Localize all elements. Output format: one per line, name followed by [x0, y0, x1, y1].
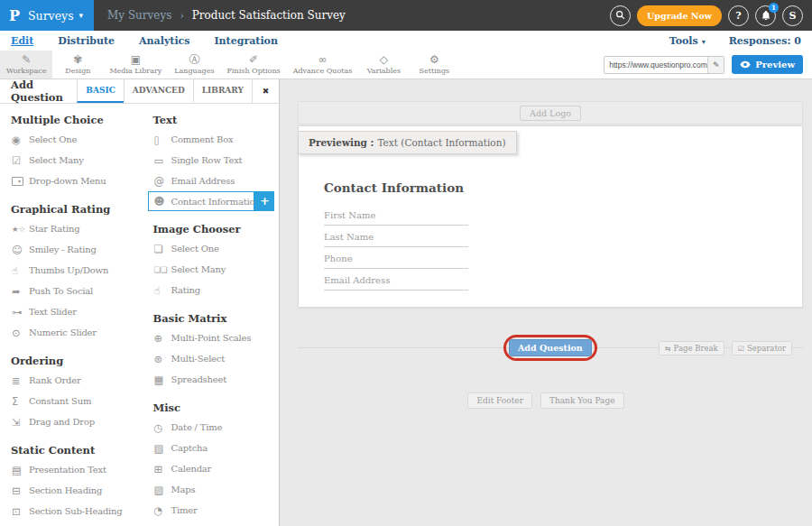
question-type-spreadsheet[interactable]: ▦Spreadsheet	[142, 369, 279, 390]
toolbar-settings[interactable]: ⚙Settings	[409, 51, 459, 78]
presentation-text-icon: ▤	[12, 465, 29, 475]
question-mark-icon: ?	[735, 10, 741, 22]
nav-integration[interactable]: Integration	[214, 35, 277, 47]
question-type-captcha[interactable]: ▧Captcha	[142, 438, 279, 458]
toolbar-design[interactable]: ✾Design	[52, 51, 103, 78]
question-type-maps[interactable]: ▨Maps	[142, 479, 279, 500]
survey-url-field[interactable]: https://www.questionpro.com/t/AP53kZgUI …	[604, 56, 724, 74]
question-type-column: Text▯Comment Box▭Single Row Text@Email A…	[142, 108, 279, 521]
section-misc: Misc	[152, 401, 279, 414]
search-icon	[615, 10, 626, 21]
thank-you-page-button[interactable]: Thank You Page	[540, 392, 624, 409]
tab-basic[interactable]: BASIC	[77, 79, 123, 103]
field-last-name[interactable]: Last Name	[324, 228, 468, 247]
page-break-button[interactable]: ⇆ Page Break	[659, 341, 724, 355]
question-type-list: Multiple Choice◉Select One☑Select Many▾D…	[0, 104, 279, 521]
separator-button[interactable]: ☑ Separator	[732, 341, 792, 355]
question-type-calendar[interactable]: ⊞Calendar	[142, 458, 279, 479]
question-type-select-many[interactable]: ❏❏Select Many	[142, 259, 279, 280]
tab-advanced[interactable]: ADVANCED	[124, 79, 193, 103]
question-type-drag-and-drop[interactable]: ⇲Drag and Drop	[0, 411, 142, 432]
question-type-select-many[interactable]: ☑Select Many	[0, 150, 142, 171]
edit-footer-button[interactable]: Edit Footer	[467, 392, 532, 409]
breadcrumb-my-surveys[interactable]: My Surveys	[107, 9, 171, 22]
question-type-thumbs-up-down[interactable]: ☝Thumbs Up/Down	[0, 260, 142, 281]
question-type-contact-information[interactable]: ☻Contact Information+	[148, 191, 254, 211]
account-avatar[interactable]: S	[782, 5, 803, 26]
responses-count[interactable]: Responses: 0	[729, 35, 801, 47]
constant-sum-icon: Σ	[12, 396, 29, 407]
captcha-icon: ▧	[153, 443, 171, 454]
calendar-icon: ⊞	[153, 464, 171, 475]
breadcrumb-current-survey: Product Satisfaction Survey	[192, 9, 346, 22]
multi-point-scales-icon: ⊕	[153, 333, 171, 344]
highlight-annotation: Add Question	[503, 335, 597, 361]
toolbar-variables[interactable]: ◇Variables	[358, 51, 409, 78]
breadcrumb: My Surveys › Product Satisfaction Survey	[107, 9, 346, 22]
surveys-menu[interactable]: P Surveys ▾	[0, 0, 94, 31]
single-row-text-icon: ▭	[153, 155, 171, 166]
question-type-multi-point-scales[interactable]: ⊕Multi-Point Scales	[142, 328, 279, 348]
question-type-smiley-rating[interactable]: ☺Smiley - Rating	[0, 239, 142, 260]
question-type-multi-select[interactable]: ⊛Multi-Select	[142, 348, 279, 369]
edit-url-button[interactable]: ✎	[707, 57, 724, 73]
question-type-timer[interactable]: ◔Timer	[142, 500, 279, 521]
languages-icon: Ⓐ	[189, 54, 199, 66]
push-to-social-icon: ➦	[12, 286, 29, 297]
drag-and-drop-icon: ⇲	[12, 417, 29, 428]
help-button[interactable]: ?	[728, 5, 749, 26]
preview-button[interactable]: Preview	[732, 55, 803, 74]
tab-library[interactable]: LIBRARY	[193, 79, 252, 103]
question-type-email-address[interactable]: @Email Address	[142, 171, 279, 191]
question-type-comment-box[interactable]: ▯Comment Box	[142, 129, 279, 150]
question-type-select-one[interactable]: ◉Select One	[0, 129, 142, 150]
question-type-date-time[interactable]: ◷Date / Time	[142, 417, 279, 438]
select-one-icon: ◉	[12, 134, 29, 145]
question-action-row: Add Question ⇆ Page Break ☑ Separator	[298, 335, 803, 362]
question-type-constant-sum[interactable]: ΣConstant Sum	[0, 391, 142, 411]
smiley-rating-icon: ☺	[12, 245, 29, 255]
question-type-drop-down-menu[interactable]: ▾Drop-down Menu	[0, 171, 142, 191]
question-type-numeric-slider[interactable]: ⊙Numeric Slider	[0, 322, 142, 343]
question-type-select-one[interactable]: ❏Select One	[142, 238, 279, 259]
upgrade-now-button[interactable]: Upgrade Now	[637, 5, 722, 26]
select-one-icon: ❏	[153, 244, 171, 254]
question-type-text-slider[interactable]: ⊶Text Slider	[0, 301, 142, 322]
questionpro-logo: P	[9, 7, 20, 24]
add-selected-question-button[interactable]: +	[254, 191, 274, 211]
field-phone[interactable]: Phone	[324, 250, 468, 269]
question-type-presentation-text[interactable]: ▤Presentation Text	[0, 459, 142, 480]
question-type-single-row-text[interactable]: ▭Single Row Text	[142, 150, 279, 171]
field-email-address[interactable]: Email Address	[324, 272, 468, 291]
maps-icon: ▨	[153, 484, 171, 495]
toolbar-workspace[interactable]: ✎Workspace	[0, 51, 52, 78]
thumbs-up-down-icon: ☝	[12, 265, 29, 276]
toolbar-languages[interactable]: ⒶLanguages	[168, 51, 220, 78]
survey-url-text: https://www.questionpro.com/t/AP53kZgUI	[604, 60, 707, 69]
question-type-star-rating[interactable]: ★☆Star Rating	[0, 218, 142, 239]
survey-canvas: Add Logo Previewing : Text (Contact Info…	[280, 79, 812, 526]
search-button[interactable]	[610, 5, 631, 26]
tools-menu[interactable]: Tools▾	[669, 35, 706, 47]
nav-edit[interactable]: Edit	[11, 35, 33, 47]
add-logo-button[interactable]: Add Logo	[520, 106, 581, 121]
nav-analytics[interactable]: Analytics	[139, 35, 189, 47]
close-panel-button[interactable]: ✖	[252, 79, 279, 103]
toolbar-advance-quotas[interactable]: ∞Advance Quotas	[287, 51, 359, 78]
toolbar-media-library[interactable]: ▣Media Library	[103, 51, 168, 78]
question-type-section-sub-heading[interactable]: ⊡Section Sub-Heading	[0, 501, 142, 521]
close-icon: ✖	[263, 87, 270, 96]
notification-badge: 1	[769, 3, 779, 13]
breadcrumb-separator-icon: ›	[180, 10, 183, 22]
toolbar-finish-options[interactable]: ✐Finish Options	[221, 51, 287, 78]
notifications-button[interactable]: 1	[755, 5, 776, 26]
nav-distribute[interactable]: Distribute	[58, 35, 115, 47]
question-type-section-heading[interactable]: ⊟Section Heading	[0, 480, 142, 501]
question-type-push-to-social[interactable]: ➦Push To Social	[0, 281, 142, 301]
logo-band: Add Logo	[298, 101, 803, 125]
question-type-rank-order[interactable]: ≣Rank Order	[0, 370, 142, 391]
add-question-button[interactable]: Add Question	[509, 339, 592, 356]
field-first-name[interactable]: First Name	[324, 207, 468, 226]
question-type-rating[interactable]: ☝Rating	[142, 280, 279, 300]
pencil-icon: ✎	[713, 60, 720, 69]
